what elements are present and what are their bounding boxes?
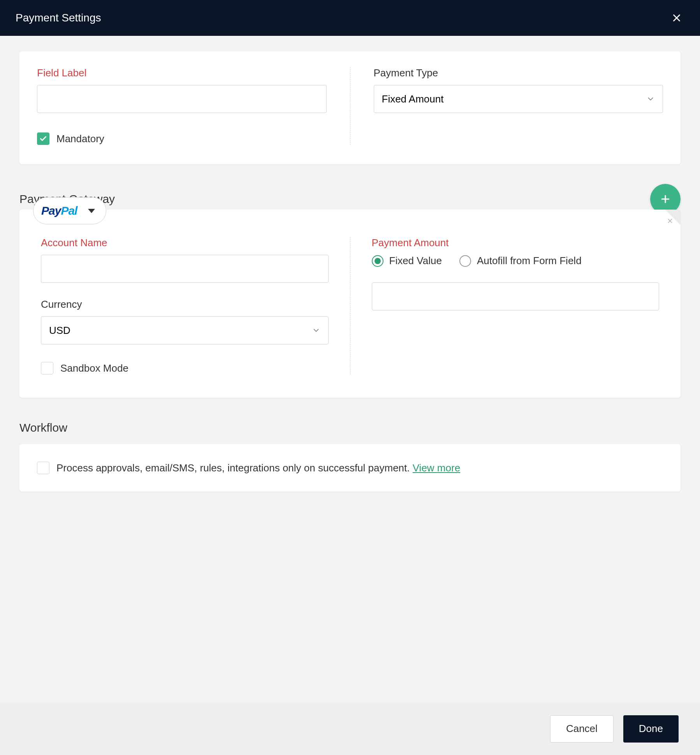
payment-type-label: Payment Type <box>374 67 663 79</box>
close-icon <box>667 217 674 224</box>
dialog-content: Field Label Mandatory Payment Type Fixed… <box>0 36 700 702</box>
dialog-header: Payment Settings <box>0 0 700 36</box>
account-name-input[interactable] <box>41 255 329 283</box>
radio-autofill[interactable]: Autofill from Form Field <box>459 255 582 267</box>
field-label-input[interactable] <box>37 85 327 113</box>
checkmark-icon <box>39 135 47 143</box>
payment-type-value: Fixed Amount <box>382 93 444 105</box>
currency-value: USD <box>49 325 70 337</box>
radio-autofill-label: Autofill from Form Field <box>477 255 582 267</box>
sandbox-checkbox[interactable] <box>41 362 53 374</box>
payment-type-select[interactable]: Fixed Amount <box>374 85 663 113</box>
account-name-label: Account Name <box>41 237 329 249</box>
field-label-label: Field Label <box>37 67 327 79</box>
chevron-down-icon <box>646 95 655 103</box>
field-settings-card: Field Label Mandatory Payment Type Fixed… <box>19 51 681 164</box>
workflow-section-title: Workflow <box>19 421 681 434</box>
close-button[interactable] <box>669 10 684 26</box>
close-icon <box>671 12 682 24</box>
mandatory-checkbox[interactable] <box>37 132 49 145</box>
workflow-text-span: Process approvals, email/SMS, rules, int… <box>56 462 413 474</box>
plus-icon <box>660 193 671 205</box>
workflow-section: Workflow Process approvals, email/SMS, r… <box>19 421 681 492</box>
radio-fixed-value[interactable]: Fixed Value <box>372 255 442 267</box>
gateway-remove-button[interactable] <box>667 217 674 227</box>
caret-down-icon <box>88 209 95 213</box>
gateway-provider-select[interactable]: PayPal <box>33 197 106 224</box>
view-more-link[interactable]: View more <box>413 462 460 474</box>
sandbox-label: Sandbox Mode <box>60 362 128 374</box>
workflow-checkbox[interactable] <box>37 462 49 474</box>
mandatory-label: Mandatory <box>56 133 104 145</box>
radio-fixed-label: Fixed Value <box>389 255 442 267</box>
chevron-down-icon <box>312 326 320 335</box>
dialog-title: Payment Settings <box>16 12 101 24</box>
payment-amount-input[interactable] <box>372 282 660 310</box>
cancel-button[interactable]: Cancel <box>550 715 614 743</box>
dialog-footer: Cancel Done <box>0 702 700 755</box>
gateway-card: PayPal Account Name Currency <box>19 210 681 398</box>
workflow-card: Process approvals, email/SMS, rules, int… <box>19 444 681 492</box>
currency-select[interactable]: USD <box>41 316 329 344</box>
done-button[interactable]: Done <box>623 715 679 743</box>
currency-label: Currency <box>41 298 329 310</box>
workflow-description: Process approvals, email/SMS, rules, int… <box>56 462 460 474</box>
paypal-logo: PayPal <box>41 204 77 217</box>
payment-amount-label: Payment Amount <box>372 237 660 249</box>
